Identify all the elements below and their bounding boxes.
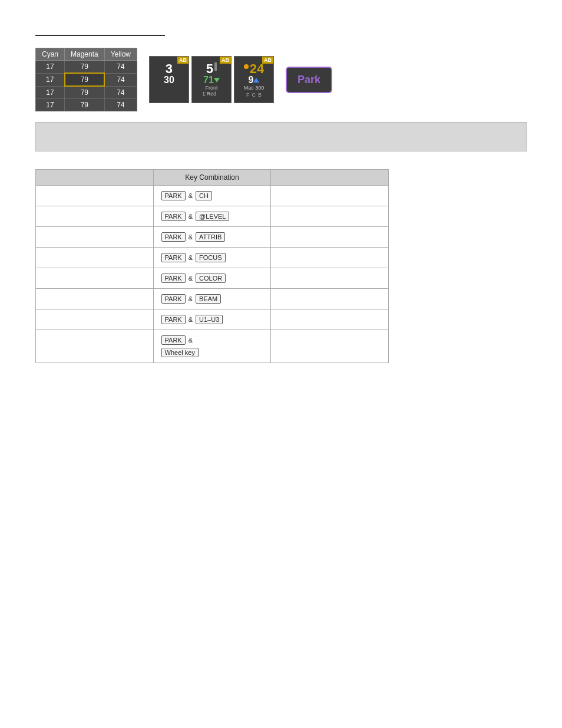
ab-badge: AB	[177, 57, 189, 64]
key-combo: PARK & COLOR	[161, 273, 264, 284]
illustration-area: Cyan Magenta Yellow 17 79 74 17 79 74 17	[35, 48, 527, 111]
key-combo: PARK & BEAM	[161, 294, 264, 304]
panel-label-1: Mac 300	[244, 85, 265, 91]
info-box	[35, 122, 527, 151]
table-row: PARK & ATTRIB	[36, 227, 389, 248]
table-row: 17 79 74	[36, 99, 137, 111]
col-magenta: Magenta	[65, 48, 105, 61]
ampersand: &	[189, 295, 193, 302]
table-row: PARK & Wheel key	[36, 330, 389, 363]
key-combo: PARK & U1–U3	[161, 314, 264, 325]
table-row: PARK & COLOR	[36, 268, 389, 289]
park-key: PARK	[161, 335, 186, 345]
row-desc	[36, 268, 154, 289]
col-header-1	[36, 170, 154, 186]
row-keys: PARK & @LEVEL	[153, 206, 271, 227]
col-header-3	[271, 170, 389, 186]
wheel-panel-2: AB 5 71 Front 1:Red ·	[191, 56, 232, 103]
footer-f: F	[246, 92, 250, 98]
row-desc	[36, 227, 154, 248]
page-container: Cyan Magenta Yellow 17 79 74 17 79 74 17	[0, 0, 562, 387]
panel-label-2: 1:Red ·	[202, 91, 221, 97]
ampersand: &	[189, 254, 193, 261]
row-keys: PARK & U1–U3	[153, 309, 271, 330]
yellow-val: 74	[104, 86, 137, 99]
park-button[interactable]: Park	[286, 67, 332, 93]
yellow-val: 74	[104, 73, 137, 86]
park-key: PARK	[161, 274, 186, 283]
panel-top-num: 24	[250, 62, 264, 75]
panel-bottom-num: 9	[249, 75, 254, 85]
key-combo: PARK & CH	[161, 190, 264, 201]
table-row: PARK & FOCUS	[36, 248, 389, 268]
ampersand: &	[189, 316, 193, 323]
triangle-up-icon	[253, 78, 259, 83]
wheelkey-key: Wheel key	[161, 348, 199, 357]
row-desc	[36, 330, 154, 363]
table-row: PARK & CH	[36, 186, 389, 206]
row-desc	[36, 248, 154, 268]
cmy-table: Cyan Magenta Yellow 17 79 74 17 79 74 17	[35, 48, 137, 111]
main-table: Key Combination PARK & CH	[35, 169, 389, 363]
key-combo: PARK & ATTRIB	[161, 232, 264, 242]
row-desc	[36, 289, 154, 309]
magenta-val: 79	[65, 99, 105, 111]
ampersand: &	[189, 337, 193, 344]
table-row: PARK & U1–U3	[36, 309, 389, 330]
col-cyan: Cyan	[36, 48, 65, 61]
footer-c: C	[252, 92, 256, 98]
cyan-val: 17	[36, 99, 65, 111]
ampersand: &	[189, 192, 193, 199]
wheel-panel-3: AB 24 9 Mac 300 F C B	[234, 56, 274, 103]
ab-badge: AB	[262, 57, 273, 64]
cyan-val: 17	[36, 73, 65, 86]
key-combo: PARK & @LEVEL	[161, 211, 264, 222]
u1u3-key: U1–U3	[196, 315, 223, 324]
park-key: PARK	[161, 212, 186, 221]
magenta-val: 79	[65, 61, 105, 74]
row-keys: PARK & BEAM	[153, 289, 271, 309]
footer-b: B	[258, 92, 262, 98]
table-row: 17 79 74	[36, 73, 137, 86]
panel-top-num: 3	[166, 62, 173, 75]
row-result	[271, 248, 389, 268]
key-combo: PARK & FOCUS	[161, 252, 264, 263]
row-keys: PARK & FOCUS	[153, 248, 271, 268]
magenta-val-highlighted: 79	[65, 73, 105, 86]
panel-bottom-num: 30	[164, 75, 174, 85]
wheel-panel-1: AB 3 30	[149, 56, 189, 103]
key-combo-line1: PARK &	[161, 335, 264, 345]
park-key: PARK	[161, 294, 186, 304]
key-combo-line2: Wheel key	[161, 347, 264, 358]
yellow-val: 74	[104, 99, 137, 111]
row-result	[271, 309, 389, 330]
row-keys: PARK & Wheel key	[153, 330, 271, 363]
ampersand: &	[189, 275, 193, 282]
panel-label-1: Front	[205, 85, 217, 91]
row-keys: PARK & COLOR	[153, 268, 271, 289]
park-key: PARK	[161, 253, 186, 262]
ampersand: &	[189, 233, 193, 241]
panel-bottom-num: 71	[203, 75, 214, 85]
focus-key: FOCUS	[196, 253, 226, 262]
section-heading	[35, 24, 165, 36]
park-key: PARK	[161, 232, 186, 242]
key-combo: PARK & Wheel key	[161, 335, 264, 358]
yellow-val: 74	[104, 61, 137, 74]
ab-badge: AB	[220, 57, 231, 64]
row-result	[271, 227, 389, 248]
panel-footer: F C B	[246, 92, 262, 98]
panel-top-num: 5	[206, 62, 213, 75]
row-desc	[36, 186, 154, 206]
col-yellow: Yellow	[104, 48, 137, 61]
row-desc	[36, 309, 154, 330]
beam-key: BEAM	[196, 294, 221, 304]
table-row: PARK & @LEVEL	[36, 206, 389, 227]
park-key: PARK	[161, 315, 186, 324]
atlevel-key: @LEVEL	[196, 212, 229, 221]
row-result	[271, 289, 389, 309]
magenta-val: 79	[65, 86, 105, 99]
ch-key: CH	[196, 191, 212, 200]
wheel-panels: AB 3 30 AB 5 71 Front 1:Red ·	[149, 56, 274, 103]
row-desc	[36, 206, 154, 227]
